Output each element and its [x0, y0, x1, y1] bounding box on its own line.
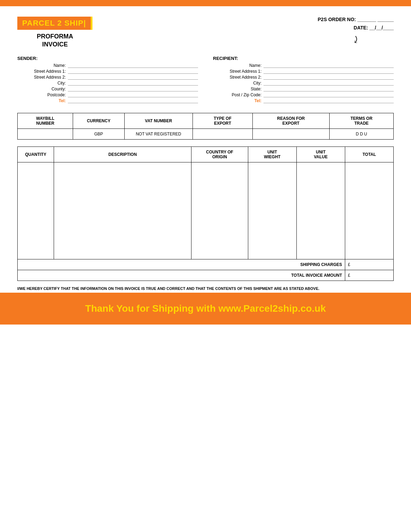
recipient-tel-label: Tel:: [213, 98, 261, 103]
sender-name-row: Name:: [17, 63, 198, 68]
col-header-terms-trade: TERMS ORTRADE: [329, 113, 393, 128]
cell-currency: GBP: [73, 128, 124, 139]
cell-type-export: [193, 128, 252, 139]
recipient-zipcode-label: Post / Zip Code:: [213, 92, 261, 97]
info-table: WAYBILLNUMBER CURRENCY VAT NUMBER TYPE O…: [17, 113, 394, 140]
items-country-cells: [191, 162, 248, 259]
sender-city-value: [68, 81, 198, 86]
sender-label: SENDER:: [17, 56, 198, 61]
col-header-total: TOTAL: [345, 147, 393, 162]
sender-city-label: City:: [17, 81, 66, 86]
signature-icon: ⤸: [318, 34, 394, 45]
order-no-line: P2S ORDER NO: _______ ______: [318, 17, 394, 22]
recipient-street1-value: [263, 69, 394, 74]
cell-reason-export: [252, 128, 329, 139]
invoice-title: PROFORMA INVOICE: [37, 33, 73, 49]
recipient-name-value: [263, 63, 394, 68]
recipient-street2-value: [263, 75, 394, 80]
recipient-block: RECIPIENT: Name: Street Address 1: Stree…: [213, 56, 394, 104]
shipping-charges-label: SHIPPING CHARGES: [18, 259, 345, 270]
total-invoice-amount: £: [345, 270, 393, 281]
recipient-state-value: [263, 87, 394, 91]
items-table-header-row: QUANTITY DESCRIPTION COUNTRY OFORIGIN UN…: [18, 147, 394, 162]
col-header-waybill: WAYBILLNUMBER: [18, 113, 73, 128]
bottom-banner-text: Thank You for Shipping with www.Parcel2s…: [7, 303, 404, 314]
bottom-banner-wrapper: Thank You for Shipping with www.Parcel2s…: [0, 317, 411, 325]
col-header-reason-export: REASON FOREXPORT: [252, 113, 329, 128]
address-section: SENDER: Name: Street Address 1: Street A…: [17, 56, 394, 104]
top-orange-bar: [0, 0, 411, 6]
cell-terms-trade: D D U: [329, 128, 393, 139]
sender-tel-label: Tel:: [17, 98, 66, 103]
cell-vat-number: NOT VAT REGISTERED: [124, 128, 193, 139]
sender-block: SENDER: Name: Street Address 1: Street A…: [17, 56, 198, 104]
total-invoice-row: TOTAL INVOICE AMOUNT £: [18, 270, 394, 281]
cell-waybill: [18, 128, 73, 139]
col-header-unit-value: UNITVALUE: [296, 147, 345, 162]
items-table: QUANTITY DESCRIPTION COUNTRY OFORIGIN UN…: [17, 147, 394, 281]
logo-box: PARCEL 2 SHIP|: [17, 17, 92, 30]
recipient-city-label: City:: [213, 81, 261, 86]
items-qty-cells: [18, 162, 54, 259]
certification-text: I/WE HEREBY CERTIFY THAT THE INFORMATION…: [17, 286, 394, 292]
items-desc-cells: [54, 162, 191, 259]
recipient-label: RECIPIENT:: [213, 56, 394, 61]
items-total-cells: [345, 162, 393, 259]
sender-postcode-label: Postcode:: [17, 92, 66, 97]
items-data-rows: [18, 162, 394, 259]
col-header-qty: QUANTITY: [18, 147, 54, 162]
col-header-type-export: TYPE OFEXPORT: [193, 113, 252, 128]
recipient-name-label: Name:: [213, 63, 261, 68]
col-header-unit-weight: UNITWIEGHT: [248, 147, 296, 162]
total-invoice-label: TOTAL INVOICE AMOUNT: [18, 270, 345, 281]
header-area: PARCEL 2 SHIP| PROFORMA INVOICE P2S ORDE…: [17, 17, 394, 49]
sender-postcode-value: [68, 92, 198, 97]
col-header-desc: DESCRIPTION: [54, 147, 191, 162]
info-table-row: GBP NOT VAT REGISTERED D D U: [18, 128, 394, 139]
col-header-country: COUNTRY OFORIGIN: [191, 147, 248, 162]
recipient-street1-label: Street Address 1:: [213, 69, 261, 74]
bottom-banner: Thank You for Shipping with www.Parcel2s…: [0, 293, 411, 325]
sender-name-label: Name:: [17, 63, 66, 68]
logo-block: PARCEL 2 SHIP| PROFORMA INVOICE: [17, 17, 92, 49]
shipping-charges-row: SHIPPING CHARGES £: [18, 259, 394, 270]
col-header-currency: CURRENCY: [73, 113, 124, 128]
sender-street2-label: Street Address 2:: [17, 75, 66, 80]
sender-name-value: [68, 63, 198, 68]
recipient-city-value: [263, 81, 394, 86]
order-block: P2S ORDER NO: _______ ______ DATE: __/__…: [318, 17, 394, 45]
items-value-cells: [296, 162, 345, 259]
logo-text: PARCEL 2 SHIP: [22, 19, 83, 27]
col-header-vat: VAT NUMBER: [124, 113, 193, 128]
date-line: DATE: __/__/____: [318, 25, 394, 30]
recipient-zipcode-value: [263, 92, 394, 97]
sender-county-label: County:: [17, 87, 66, 91]
sender-street1-value: [68, 69, 198, 74]
sender-tel-value: [68, 98, 198, 103]
items-weight-cells: [248, 162, 296, 259]
sender-street1-label: Street Address 1:: [17, 69, 66, 74]
recipient-state-label: State:: [213, 87, 261, 91]
recipient-street2-label: Street Address 2:: [213, 75, 261, 80]
recipient-tel-value: [263, 98, 394, 103]
shipping-charges-amount: £: [345, 259, 393, 270]
sender-county-value: [68, 87, 198, 91]
logo-cursor: |: [83, 19, 86, 27]
sender-street2-value: [68, 75, 198, 80]
